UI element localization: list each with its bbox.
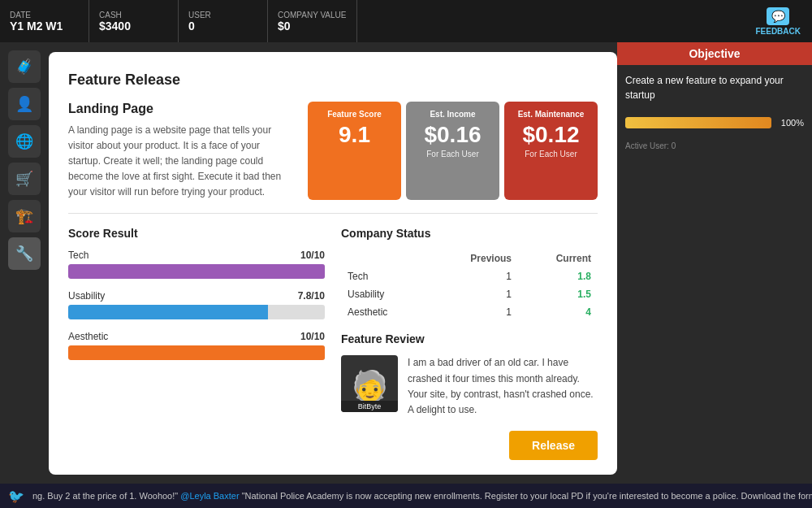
est-maintenance-card: Est. Maintenance $0.12 For Each User	[504, 102, 598, 201]
sidebar-item-globe[interactable]: 🌐	[8, 125, 41, 158]
feedback-button[interactable]: FEEDBACK	[744, 0, 812, 42]
est-income-sub: For Each User	[412, 150, 493, 158]
tech-score-row: Tech 10/10	[68, 250, 325, 279]
company-value-label: Company Value	[278, 11, 347, 20]
feedback-label: FEEDBACK	[755, 27, 801, 36]
status-tech-label: Tech	[341, 267, 429, 285]
modal-title: Feature Release	[68, 72, 598, 89]
modal-top-section: Landing Page A landing page is a website…	[68, 102, 598, 201]
status-usability-current: 1.5	[518, 285, 598, 303]
progress-area: 100%	[617, 111, 812, 135]
date-field: Date Y1 M2 W1	[0, 0, 89, 42]
modal-divider	[68, 213, 598, 214]
est-income-label: Est. Income	[412, 110, 493, 119]
modal-footer: Release	[68, 431, 598, 460]
feature-score-card: Feature Score 9.1	[308, 102, 401, 201]
feature-info: Landing Page A landing page is a website…	[68, 102, 292, 201]
score-cards: Feature Score 9.1 Est. Income $0.16 For …	[308, 102, 598, 201]
reviewer-avatar: 🧓 BitByte	[341, 355, 398, 412]
reviewer-name: BitByte	[341, 401, 398, 412]
status-tech-previous: 1	[429, 267, 518, 285]
sidebar-item-briefcase[interactable]: 🧳	[8, 50, 41, 83]
ticker-bar: 🐦 ng. Buy 2 at the price of 1. Woohoo!" …	[0, 484, 812, 508]
feature-review-title: Feature Review	[341, 332, 598, 345]
objective-header: Objective	[617, 42, 812, 65]
status-aesthetic-label: Aesthetic	[341, 303, 429, 321]
ticker-text: ng. Buy 2 at the price of 1. Woohoo!" @L…	[32, 491, 812, 501]
company-status-section: Company Status Previous Current	[341, 227, 598, 321]
right-bottom: Company Status Previous Current	[341, 227, 598, 418]
status-col-current: Current	[518, 250, 598, 267]
twitter-icon: 🐦	[0, 488, 32, 504]
sidebar-item-user[interactable]: 👤	[8, 88, 41, 120]
user-label: User	[188, 11, 257, 20]
review-text: I am a bad driver of an old car. I have …	[408, 355, 598, 418]
user-field: User 0	[179, 0, 268, 42]
feature-review-section: Feature Review 🧓 BitByte I am a bad driv…	[341, 332, 598, 418]
est-income-value: $0.16	[412, 124, 493, 146]
review-content: 🧓 BitByte I am a bad driver of an old ca…	[341, 355, 598, 418]
objective-text: Create a new feature to expand your star…	[617, 65, 812, 111]
status-aesthetic-current: 4	[518, 303, 598, 321]
table-row: Tech 1 1.8	[341, 267, 598, 285]
usability-bar-track	[68, 305, 325, 319]
aesthetic-score-row: Aesthetic 10/10	[68, 331, 325, 360]
company-value-value: $0	[278, 20, 347, 33]
status-col-empty	[341, 250, 429, 267]
modal-bottom-section: Score Result Tech 10/10	[68, 227, 598, 418]
ticker-mention: @Leyla Baxter	[180, 491, 239, 501]
feature-score-label: Feature Score	[314, 110, 395, 119]
status-tech-current: 1.8	[518, 267, 598, 285]
release-button[interactable]: Release	[509, 431, 598, 460]
est-maintenance-value: $0.12	[511, 124, 591, 146]
aesthetic-bar-track	[68, 345, 325, 360]
aesthetic-bar-fill	[68, 345, 325, 360]
status-col-previous: Previous	[429, 250, 518, 267]
usability-score-header: Usability 7.8/10	[68, 290, 325, 302]
sidebar-item-build[interactable]: 🏗️	[8, 200, 41, 232]
aesthetic-value: 10/10	[300, 331, 325, 342]
top-bar: Date Y1 M2 W1 Cash $3400 User 0 Company …	[0, 0, 812, 42]
status-usability-previous: 1	[429, 285, 518, 303]
table-row: Usability 1 1.5	[341, 285, 598, 303]
status-usability-label: Usability	[341, 285, 429, 303]
cash-field: Cash $3400	[89, 0, 179, 42]
progress-bar-fill	[625, 117, 771, 128]
active-users-label: Active User: 0	[617, 135, 812, 154]
feature-description: A landing page is a website page that te…	[68, 123, 292, 201]
modal-overlay: Feature Release Landing Page A landing p…	[49, 42, 617, 484]
feature-score-value: 9.1	[314, 124, 395, 146]
company-value-field: Company Value $0	[268, 0, 357, 42]
est-maintenance-sub: For Each User	[511, 150, 591, 158]
est-maintenance-label: Est. Maintenance	[511, 110, 591, 119]
usability-value: 7.8/10	[298, 290, 325, 302]
progress-bar-container: 100%	[625, 117, 804, 128]
aesthetic-score-header: Aesthetic 10/10	[68, 331, 325, 342]
cash-value: $3400	[99, 20, 168, 33]
aesthetic-label: Aesthetic	[68, 331, 108, 342]
feature-name: Landing Page	[68, 102, 292, 116]
score-result-section: Score Result Tech 10/10	[68, 227, 325, 418]
tech-value: 10/10	[300, 250, 325, 261]
status-aesthetic-previous: 1	[429, 303, 518, 321]
progress-label: 100%	[776, 118, 804, 128]
progress-bar-bg	[625, 117, 771, 128]
status-table: Previous Current Tech 1 1.8	[341, 250, 598, 321]
usability-label: Usability	[68, 290, 105, 302]
cash-label: Cash	[99, 11, 168, 20]
est-income-card: Est. Income $0.16 For Each User	[406, 102, 499, 201]
tech-label: Tech	[68, 250, 89, 261]
usability-bar-fill	[68, 305, 268, 319]
sidebar: 🧳 👤 🌐 🛒 🏗️ 🔧	[0, 42, 49, 484]
sidebar-item-cart[interactable]: 🛒	[8, 163, 41, 195]
sidebar-item-tools[interactable]: 🔧	[8, 237, 41, 270]
company-status-title: Company Status	[341, 227, 598, 240]
date-value: Y1 M2 W1	[10, 20, 79, 33]
center-content: Feature Release Landing Page A landing p…	[49, 42, 617, 484]
usability-score-row: Usability 7.8/10	[68, 290, 325, 319]
tech-bar-track	[68, 264, 325, 279]
right-panel: Objective Create a new feature to expand…	[617, 42, 812, 484]
date-label: Date	[10, 11, 79, 20]
user-value: 0	[188, 20, 257, 33]
tech-bar-fill	[68, 264, 325, 279]
